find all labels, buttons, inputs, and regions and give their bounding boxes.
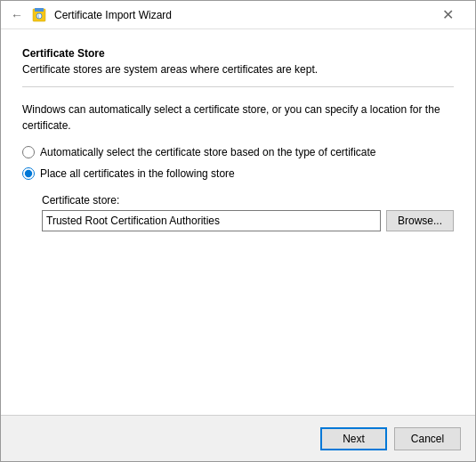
wizard-window: ← i Certificate Import Wizard ✕ Certific… — [0, 0, 476, 462]
cert-store-label: Certificate store: — [42, 194, 454, 207]
cert-store-input[interactable] — [42, 210, 381, 231]
wizard-icon: i — [31, 6, 49, 24]
wizard-content: Certificate Store Certificate stores are… — [1, 29, 475, 415]
radio-auto-option[interactable]: Automatically select the certificate sto… — [22, 146, 454, 158]
divider — [22, 86, 454, 87]
back-button[interactable]: ← — [8, 6, 26, 24]
window-title: Certificate Import Wizard — [54, 9, 172, 21]
title-bar: ← i Certificate Import Wizard ✕ — [1, 1, 475, 29]
cert-store-input-row: Browse... — [42, 210, 454, 231]
section-description: Certificate stores are system areas wher… — [22, 63, 454, 76]
radio-auto[interactable] — [22, 146, 35, 158]
body-description: Windows can automatically select a certi… — [22, 101, 454, 134]
radio-group: Automatically select the certificate sto… — [22, 146, 454, 180]
cert-store-section: Certificate store: Browse... — [42, 194, 454, 231]
title-bar-left: ← i Certificate Import Wizard — [8, 6, 427, 24]
close-button[interactable]: ✕ — [427, 1, 468, 29]
wizard-footer: Next Cancel — [1, 415, 475, 461]
svg-rect-1 — [35, 8, 44, 12]
section-title: Certificate Store — [22, 47, 454, 60]
radio-auto-label: Automatically select the certificate sto… — [40, 146, 376, 158]
cancel-button[interactable]: Cancel — [394, 427, 461, 450]
next-button[interactable]: Next — [320, 427, 387, 450]
radio-manual[interactable] — [22, 167, 35, 180]
title-bar-controls: ✕ — [427, 1, 468, 29]
browse-button[interactable]: Browse... — [386, 210, 454, 231]
radio-manual-label: Place all certificates in the following … — [40, 167, 235, 180]
radio-manual-option[interactable]: Place all certificates in the following … — [22, 167, 454, 180]
